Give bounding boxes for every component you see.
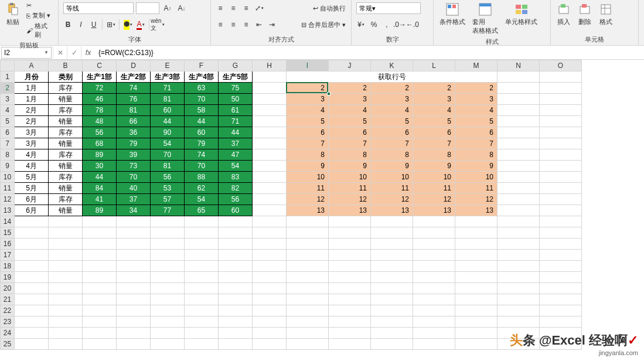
cell-B11[interactable]: 销量 xyxy=(49,183,83,194)
col-header-A[interactable]: A xyxy=(15,60,49,71)
row-header-12[interactable]: 12 xyxy=(1,194,15,205)
cell-E17[interactable] xyxy=(151,250,185,261)
cell-E6[interactable]: 90 xyxy=(151,127,185,138)
cell-O8[interactable] xyxy=(540,149,582,161)
cell-M11[interactable]: 11 xyxy=(455,183,498,194)
cell-D21[interactable] xyxy=(117,294,151,305)
cell-I11[interactable]: 11 xyxy=(287,183,329,194)
cell-K11[interactable]: 11 xyxy=(371,183,413,194)
cell-C22[interactable] xyxy=(83,305,117,316)
cell-G1[interactable]: 生产5部 xyxy=(219,71,253,83)
cell-E19[interactable] xyxy=(151,272,185,283)
cell-C10[interactable]: 44 xyxy=(83,172,117,183)
cell-B17[interactable] xyxy=(49,250,83,261)
cell-O16[interactable] xyxy=(540,239,582,250)
increase-font-button[interactable]: A↑ xyxy=(162,2,173,14)
cell-B12[interactable]: 库存 xyxy=(49,194,83,205)
row-header-10[interactable]: 10 xyxy=(1,172,15,183)
cell-H9[interactable] xyxy=(253,161,287,172)
cell-H23[interactable] xyxy=(253,316,287,328)
row-header-3[interactable]: 3 xyxy=(1,94,15,105)
cell-O15[interactable] xyxy=(540,227,582,239)
cell-I23[interactable] xyxy=(287,316,329,328)
row-header-14[interactable]: 14 xyxy=(1,216,15,227)
col-header-C[interactable]: C xyxy=(83,60,117,71)
row-header-2[interactable]: 2 xyxy=(1,83,15,94)
cell-D10[interactable]: 70 xyxy=(117,172,151,183)
cell-D24[interactable] xyxy=(117,328,151,339)
cell-O3[interactable] xyxy=(540,94,582,105)
cell-L17[interactable] xyxy=(413,250,455,261)
cell-E13[interactable]: 77 xyxy=(151,205,185,216)
cell-G23[interactable] xyxy=(219,316,253,328)
cell-C7[interactable]: 68 xyxy=(83,138,117,149)
cell-H5[interactable] xyxy=(253,116,287,127)
cell-H15[interactable] xyxy=(253,227,287,239)
conditional-format-button[interactable]: 条件格式 xyxy=(437,1,468,28)
cell-D23[interactable] xyxy=(117,316,151,328)
cell-J12[interactable]: 12 xyxy=(329,194,371,205)
cell-C23[interactable] xyxy=(83,316,117,328)
cell-H7[interactable] xyxy=(253,138,287,149)
cell-N5[interactable] xyxy=(498,116,540,127)
cell-C18[interactable] xyxy=(83,261,117,272)
cell-G12[interactable]: 56 xyxy=(219,194,253,205)
cell-O12[interactable] xyxy=(540,194,582,205)
cell-L19[interactable] xyxy=(413,272,455,283)
row-header-25[interactable]: 25 xyxy=(1,339,15,350)
cell-E14[interactable] xyxy=(151,216,185,227)
align-middle-button[interactable]: ≡ xyxy=(227,2,239,14)
cell-I7[interactable]: 7 xyxy=(287,138,329,149)
cell-B8[interactable]: 库存 xyxy=(49,149,83,161)
cell-O21[interactable] xyxy=(540,294,582,305)
cell-B7[interactable]: 销量 xyxy=(49,138,83,149)
cell-J11[interactable]: 11 xyxy=(329,183,371,194)
cell-I14[interactable] xyxy=(287,216,329,227)
cell-K21[interactable] xyxy=(371,294,413,305)
cell-D22[interactable] xyxy=(117,305,151,316)
decrease-decimal-button[interactable]: ←.0 xyxy=(407,19,418,30)
cell-N2[interactable] xyxy=(498,83,540,94)
cell-K24[interactable] xyxy=(371,328,413,339)
cell-A8[interactable]: 4月 xyxy=(15,149,49,161)
cell-O13[interactable] xyxy=(540,205,582,216)
cell-L11[interactable]: 11 xyxy=(413,183,455,194)
cell-C8[interactable]: 89 xyxy=(83,149,117,161)
col-header-N[interactable]: N xyxy=(498,60,540,71)
cell-F12[interactable]: 54 xyxy=(185,194,219,205)
cell-I4[interactable]: 4 xyxy=(287,105,329,116)
cell-K13[interactable]: 13 xyxy=(371,205,413,216)
cell-I5[interactable]: 5 xyxy=(287,116,329,127)
cell-L13[interactable]: 13 xyxy=(413,205,455,216)
cell-O14[interactable] xyxy=(540,216,582,227)
cell-J24[interactable] xyxy=(329,328,371,339)
cell-D13[interactable]: 34 xyxy=(117,205,151,216)
cell-A16[interactable] xyxy=(15,239,49,250)
cell-H12[interactable] xyxy=(253,194,287,205)
cell-H6[interactable] xyxy=(253,127,287,138)
cell-F9[interactable]: 70 xyxy=(185,161,219,172)
row-header-19[interactable]: 19 xyxy=(1,272,15,283)
cell-K4[interactable]: 4 xyxy=(371,105,413,116)
cell-N18[interactable] xyxy=(498,261,540,272)
align-right-button[interactable]: ≡ xyxy=(240,19,252,30)
cell-A25[interactable] xyxy=(15,339,49,350)
cell-L7[interactable]: 7 xyxy=(413,138,455,149)
cell-O6[interactable] xyxy=(540,127,582,138)
cell-I25[interactable] xyxy=(287,339,329,350)
row-header-7[interactable]: 7 xyxy=(1,138,15,149)
cell-B15[interactable] xyxy=(49,227,83,239)
row-header-15[interactable]: 15 xyxy=(1,227,15,239)
cell-A2[interactable]: 1月 xyxy=(15,83,49,94)
cell-E9[interactable]: 81 xyxy=(151,161,185,172)
cell-A6[interactable]: 3月 xyxy=(15,127,49,138)
cell-M14[interactable] xyxy=(455,216,498,227)
cell-D14[interactable] xyxy=(117,216,151,227)
cell-J10[interactable]: 10 xyxy=(329,172,371,183)
cell-H21[interactable] xyxy=(253,294,287,305)
cell-M2[interactable]: 2 xyxy=(455,83,498,94)
cell-G7[interactable]: 37 xyxy=(219,138,253,149)
cell-M15[interactable] xyxy=(455,227,498,239)
cell-B22[interactable] xyxy=(49,305,83,316)
cell-G18[interactable] xyxy=(219,261,253,272)
